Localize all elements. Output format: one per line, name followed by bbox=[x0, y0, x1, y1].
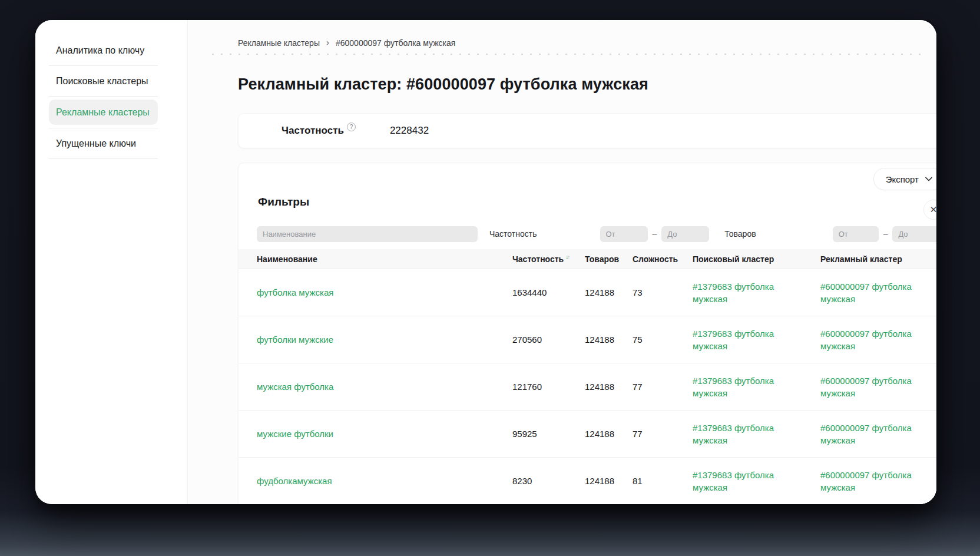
column-header-1[interactable]: Частотность↓↑ bbox=[512, 254, 585, 264]
keyword-link[interactable]: футболка мужская bbox=[257, 287, 333, 297]
sidebar-item-label: Аналитика по ключу bbox=[49, 35, 158, 65]
complexity-cell: 81 bbox=[633, 476, 693, 486]
column-header-5[interactable]: Рекламный кластер bbox=[820, 254, 936, 264]
frequency-cell: 95925 bbox=[512, 429, 585, 439]
export-button[interactable]: Экспорт bbox=[873, 168, 936, 190]
frequency-cell: 121760 bbox=[512, 382, 585, 392]
breadcrumb-current: #600000097 футболка мужская bbox=[336, 38, 455, 48]
frequency-label: Частотность bbox=[282, 125, 344, 137]
ad-cluster-link[interactable]: #600000097 футболка мужская bbox=[820, 470, 912, 492]
close-icon: ✕ bbox=[930, 204, 936, 215]
column-header-4[interactable]: Поисковый кластер bbox=[693, 254, 820, 264]
keyword-link[interactable]: мужская футболка bbox=[257, 382, 333, 392]
range-dash: – bbox=[883, 229, 888, 239]
filter-row: Частотность – Товаров – bbox=[257, 226, 936, 242]
chevron-down-icon bbox=[925, 177, 932, 181]
frequency-to-input[interactable] bbox=[661, 226, 709, 242]
table-row: фудболкамужская823012418881#1379683 футб… bbox=[239, 458, 936, 504]
search-cluster-link[interactable]: #1379683 футболка мужская bbox=[693, 282, 774, 304]
search-cluster-link[interactable]: #1379683 футболка мужская bbox=[693, 423, 774, 445]
goods-cell: 124188 bbox=[585, 287, 633, 297]
goods-cell: 124188 bbox=[585, 335, 633, 345]
goods-filter-label: Товаров bbox=[724, 229, 756, 239]
breadcrumb-chevron-icon: › bbox=[326, 37, 329, 47]
complexity-cell: 77 bbox=[633, 429, 693, 439]
filters-title: Фильтры bbox=[258, 196, 309, 208]
column-header-3[interactable]: Сложность bbox=[633, 254, 693, 264]
frequency-cell: 1634440 bbox=[512, 287, 585, 297]
goods-cell: 124188 bbox=[585, 382, 633, 392]
app-window: Аналитика по ключуПоисковые кластерыРекл… bbox=[35, 20, 936, 504]
complexity-cell: 77 bbox=[633, 382, 693, 392]
ad-cluster-link[interactable]: #600000097 футболка мужская bbox=[820, 376, 912, 398]
sidebar: Аналитика по ключуПоисковые кластерыРекл… bbox=[35, 20, 188, 504]
complexity-cell: 73 bbox=[633, 287, 693, 297]
sidebar-item-label: Упущенные ключи bbox=[49, 128, 158, 158]
frequency-stat-card: Частотность ? 2228432 bbox=[238, 113, 936, 148]
range-dash: – bbox=[653, 229, 657, 239]
sidebar-item-0[interactable]: Аналитика по ключу bbox=[49, 35, 158, 66]
search-cluster-link[interactable]: #1379683 футболка мужская bbox=[693, 470, 774, 492]
dotted-divider bbox=[208, 53, 923, 55]
search-cluster-link[interactable]: #1379683 футболка мужская bbox=[693, 376, 774, 398]
search-cluster-link[interactable]: #1379683 футболка мужская bbox=[693, 329, 774, 351]
table-header: НаименованиеЧастотность↓↑ТоваровСложност… bbox=[239, 249, 936, 269]
table-row: мужская футболка12176012418877#1379683 ф… bbox=[239, 363, 936, 411]
sidebar-nav: Аналитика по ключуПоисковые кластерыРекл… bbox=[49, 35, 158, 159]
goods-cell: 124188 bbox=[585, 476, 633, 486]
help-icon[interactable]: ? bbox=[347, 123, 356, 131]
table-body: футболка мужская163444012418873#1379683 … bbox=[239, 269, 936, 504]
frequency-filter-label: Частотность bbox=[489, 229, 537, 239]
name-filter-input[interactable] bbox=[257, 226, 478, 242]
breadcrumb: Рекламные кластеры › #600000097 футболка… bbox=[238, 38, 455, 48]
ad-cluster-link[interactable]: #600000097 футболка мужская bbox=[820, 282, 912, 304]
frequency-value: 2228432 bbox=[390, 125, 429, 137]
sidebar-item-3[interactable]: Упущенные ключи bbox=[49, 128, 158, 159]
column-header-2[interactable]: Товаров bbox=[585, 254, 633, 264]
complexity-cell: 75 bbox=[633, 335, 693, 345]
export-button-label: Экспорт bbox=[886, 174, 919, 184]
frequency-cell: 270560 bbox=[512, 335, 585, 345]
keyword-link[interactable]: фудболкамужская bbox=[257, 476, 332, 486]
ad-cluster-link[interactable]: #600000097 футболка мужская bbox=[820, 423, 912, 445]
goods-from-input[interactable] bbox=[833, 226, 879, 242]
goods-cell: 124188 bbox=[585, 429, 633, 439]
table-row: футболка мужская163444012418873#1379683 … bbox=[239, 269, 936, 316]
ad-cluster-link[interactable]: #600000097 футболка мужская bbox=[820, 329, 912, 351]
sidebar-item-2[interactable]: Рекламные кластеры bbox=[49, 100, 158, 128]
sidebar-item-label: Поисковые кластеры bbox=[49, 66, 158, 96]
keyword-link[interactable]: футболки мужские bbox=[257, 335, 333, 345]
cluster-table-card: Экспорт Фильтры ✕ Частотность – Товаров … bbox=[238, 163, 936, 504]
page-title: Рекламный кластер: #600000097 футболка м… bbox=[238, 75, 648, 94]
close-filters-button[interactable]: ✕ bbox=[923, 200, 936, 220]
goods-to-input[interactable] bbox=[892, 226, 936, 242]
table-row: мужские футболки9592512418877#1379683 фу… bbox=[239, 411, 936, 458]
column-header-0[interactable]: Наименование bbox=[257, 254, 512, 264]
breadcrumb-parent-link[interactable]: Рекламные кластеры bbox=[238, 38, 320, 48]
main-content: Рекламные кластеры › #600000097 футболка… bbox=[188, 20, 936, 504]
sort-icon[interactable]: ↓↑ bbox=[565, 251, 569, 261]
frequency-cell: 8230 bbox=[512, 476, 585, 486]
keywords-table: НаименованиеЧастотность↓↑ТоваровСложност… bbox=[239, 249, 936, 504]
keyword-link[interactable]: мужские футболки bbox=[257, 429, 333, 439]
sidebar-item-1[interactable]: Поисковые кластеры bbox=[49, 66, 158, 97]
table-row: футболки мужские27056012418875#1379683 ф… bbox=[239, 316, 936, 363]
sidebar-item-label: Рекламные кластеры bbox=[49, 100, 158, 125]
frequency-from-input[interactable] bbox=[600, 226, 648, 242]
